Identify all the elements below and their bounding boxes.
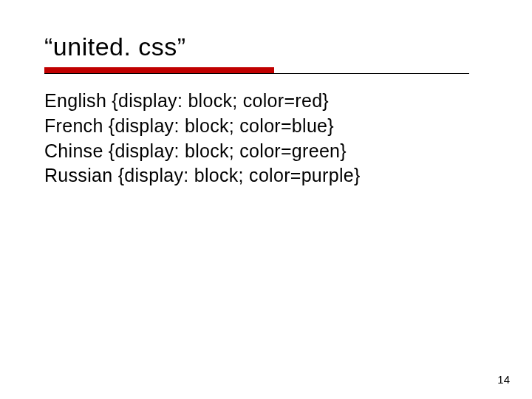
body-line: Chinse {display: block; color=green} (44, 139, 497, 164)
body-text: English {display: block; color=red} Fren… (44, 89, 497, 188)
body-line: French {display: block; color=blue} (44, 114, 497, 139)
title-underline (44, 67, 469, 74)
page-number: 14 (497, 373, 510, 386)
body-line: Russian {display: block; color=purple} (44, 163, 497, 188)
underline-thin-line (44, 73, 469, 74)
body-line: English {display: block; color=red} (44, 89, 497, 114)
slide-title: “united. css” (44, 33, 497, 61)
underline-red-segment (44, 67, 274, 73)
slide: “united. css” English {display: block; c… (0, 0, 532, 399)
